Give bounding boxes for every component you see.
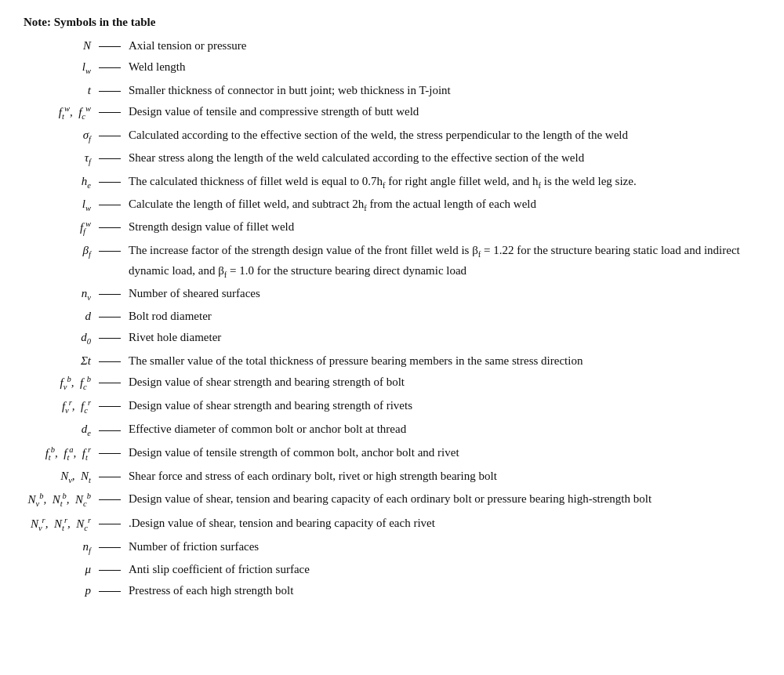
symbol-cell: ftb, fta, ftr: [24, 442, 94, 466]
dash-cell: [94, 171, 125, 194]
dash-line: [99, 453, 121, 454]
symbol-cell: Nvr, Ntr, Ncr: [24, 513, 94, 536]
note-section: Note: Symbols in the table NAxial tensio…: [24, 16, 760, 602]
dash-line: [99, 112, 121, 113]
symbol-row: fvb, fcbDesign value of shear strength a…: [24, 372, 760, 395]
symbol-row: heThe calculated thickness of fillet wel…: [24, 171, 760, 194]
description-cell: Bolt rod diameter: [125, 306, 760, 327]
symbol-row: βfThe increase factor of the strength de…: [24, 240, 760, 283]
description-cell: The increase factor of the strength desi…: [125, 240, 760, 283]
symbol-row: d0Rivet hole diameter: [24, 327, 760, 350]
description-cell: Anti slip coefficient of friction surfac…: [125, 559, 760, 580]
symbol-row: dBolt rod diameter: [24, 306, 760, 327]
symbol-row: nvNumber of sheared surfaces: [24, 283, 760, 306]
symbol-row: ftw, fcwDesign value of tensile and comp…: [24, 101, 760, 125]
description-cell: Number of friction surfaces: [125, 536, 760, 559]
description-cell: Design value of tensile and compressive …: [125, 101, 760, 125]
dash-cell: [94, 240, 125, 283]
dash-cell: [94, 101, 125, 125]
dash-cell: [94, 216, 125, 240]
dash-line: [99, 406, 121, 407]
dash-line: [99, 91, 121, 92]
dash-cell: [94, 536, 125, 559]
symbol-cell: d: [24, 306, 94, 327]
description-cell: Design value of shear, tension and beari…: [125, 488, 760, 512]
symbol-row: NAxial tension or pressure: [24, 35, 760, 56]
dash-cell: [94, 466, 125, 488]
dash-cell: [94, 419, 125, 441]
dash-cell: [94, 147, 125, 170]
symbol-cell: Nv, Nt: [24, 466, 94, 488]
description-cell: Shear force and stress of each ordinary …: [125, 466, 760, 488]
symbol-row: Nv, NtShear force and stress of each ord…: [24, 466, 760, 488]
dash-cell: [94, 194, 125, 216]
dash-line: [99, 477, 121, 477]
symbol-row: σfCalculated according to the effective …: [24, 125, 760, 147]
symbol-cell: μ: [24, 559, 94, 580]
description-cell: Design value of tensile strength of comm…: [125, 442, 760, 466]
description-cell: Design value of shear strength and beari…: [125, 372, 760, 395]
symbol-cell: de: [24, 419, 94, 441]
dash-line: [99, 46, 121, 47]
symbol-cell: τf: [24, 147, 94, 170]
description-cell: Weld length: [125, 56, 760, 79]
symbol-cell: fvb, fcb: [24, 372, 94, 395]
dash-line: [99, 430, 121, 431]
description-cell: Rivet hole diameter: [125, 327, 760, 350]
symbol-cell: βf: [24, 240, 94, 283]
description-cell: Smaller thickness of connector in butt j…: [125, 80, 760, 101]
description-cell: Calculate the length of fillet weld, and…: [125, 194, 760, 216]
dash-line: [99, 317, 121, 318]
dash-line: [99, 205, 121, 205]
symbol-cell: p: [24, 580, 94, 601]
symbol-row: ffwStrength design value of fillet weld: [24, 216, 760, 240]
dash-line: [99, 67, 121, 68]
dash-cell: [94, 513, 125, 536]
dash-line: [99, 591, 121, 592]
symbol-row: Nvr, Ntr, Ncr.Design value of shear, ten…: [24, 513, 760, 536]
symbol-cell: nv: [24, 283, 94, 306]
symbol-cell: σf: [24, 125, 94, 147]
symbol-table: NAxial tension or pressurelwWeld lengtht…: [24, 35, 760, 602]
symbol-row: lwCalculate the length of fillet weld, a…: [24, 194, 760, 216]
dash-line: [99, 294, 121, 295]
symbol-row: μAnti slip coefficient of friction surfa…: [24, 559, 760, 580]
dash-cell: [94, 488, 125, 512]
dash-line: [99, 524, 121, 524]
dash-cell: [94, 327, 125, 350]
description-cell: Effective diameter of common bolt or anc…: [125, 419, 760, 441]
dash-line: [99, 251, 121, 252]
symbol-cell: ftw, fcw: [24, 101, 94, 125]
symbol-cell: lw: [24, 56, 94, 79]
dash-cell: [94, 306, 125, 327]
note-title: Note: Symbols in the table: [24, 16, 760, 29]
dash-line: [99, 361, 121, 362]
dash-cell: [94, 559, 125, 580]
symbol-cell: Σt: [24, 350, 94, 372]
symbol-row: ftb, fta, ftrDesign value of tensile str…: [24, 442, 760, 466]
symbol-cell: d0: [24, 327, 94, 350]
dash-cell: [94, 35, 125, 56]
description-cell: The calculated thickness of fillet weld …: [125, 171, 760, 194]
dash-line: [99, 570, 121, 571]
dash-line: [99, 499, 121, 500]
description-cell: Design value of shear strength and beari…: [125, 395, 760, 419]
dash-cell: [94, 372, 125, 395]
symbol-row: Nvb, Ntb, NcbDesign value of shear, tens…: [24, 488, 760, 512]
description-cell: .Design value of shear, tension and bear…: [125, 513, 760, 536]
symbol-cell: fvr, fcr: [24, 395, 94, 419]
symbol-row: deEffective diameter of common bolt or a…: [24, 419, 760, 441]
symbol-row: fvr, fcrDesign value of shear strength a…: [24, 395, 760, 419]
dash-line: [99, 547, 121, 548]
description-cell: Number of sheared surfaces: [125, 283, 760, 306]
description-cell: Shear stress along the length of the wel…: [125, 147, 760, 170]
dash-cell: [94, 283, 125, 306]
symbol-row: τfShear stress along the length of the w…: [24, 147, 760, 170]
symbol-cell: he: [24, 171, 94, 194]
dash-line: [99, 383, 121, 383]
dash-cell: [94, 350, 125, 372]
dash-cell: [94, 395, 125, 419]
symbol-cell: N: [24, 35, 94, 56]
description-cell: Calculated according to the effective se…: [125, 125, 760, 147]
description-cell: The smaller value of the total thickness…: [125, 350, 760, 372]
